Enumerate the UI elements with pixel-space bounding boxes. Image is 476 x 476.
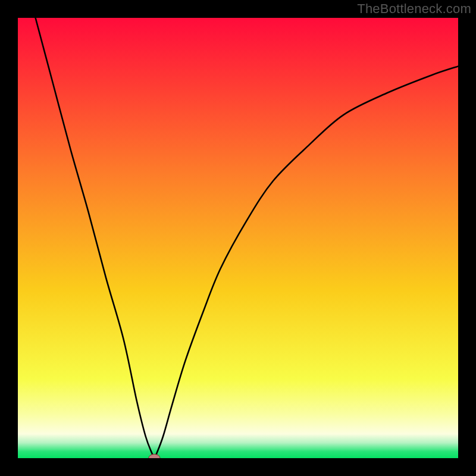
plot-area — [18, 18, 458, 458]
chart-frame: TheBottleneck.com — [0, 0, 476, 476]
bottleneck-curve — [36, 18, 458, 458]
watermark-text: TheBottleneck.com — [357, 1, 471, 17]
optimum-marker — [149, 454, 160, 458]
curve-layer — [18, 18, 458, 458]
